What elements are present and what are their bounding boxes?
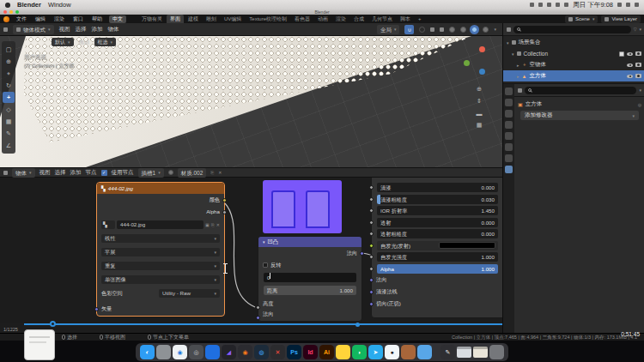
color-output-socket[interactable]: [222, 198, 227, 202]
snap-magnet-icon[interactable]: ∪: [404, 25, 414, 34]
disclosure-icon[interactable]: ▸: [517, 63, 519, 68]
tab-scripting[interactable]: 脚本: [397, 15, 414, 23]
ior-socket[interactable]: [369, 208, 374, 213]
dock-icon-appstore[interactable]: [205, 345, 220, 359]
shading-rendered-icon[interactable]: [483, 27, 489, 33]
sh-menu-select[interactable]: 选择: [55, 169, 66, 177]
editor-type-icon[interactable]: [3, 27, 8, 32]
outliner-row-scene-collection[interactable]: ▾ 场景集合: [503, 37, 644, 48]
battery-icon[interactable]: [564, 3, 568, 7]
strength-field[interactable]: 0: [264, 273, 356, 282]
sh-menu-view[interactable]: 视图: [39, 169, 51, 177]
ortho-toggle-icon[interactable]: ▦: [474, 120, 484, 130]
dock-icon-launchpad[interactable]: [156, 345, 171, 359]
dock-icon-folder[interactable]: [417, 345, 432, 359]
vp-menu-object[interactable]: 物体: [108, 26, 119, 33]
tool-preset-dropdown[interactable]: 默认▾: [52, 38, 74, 46]
vector-input-socket[interactable]: [94, 307, 99, 311]
pin-icon[interactable]: ◎: [638, 102, 641, 107]
vp-menu-select[interactable]: 选择: [76, 26, 87, 33]
dock-icon-qq[interactable]: ●: [385, 345, 399, 359]
clearcoat-roughness-socket[interactable]: [369, 197, 374, 202]
outliner-row-collection[interactable]: ▾ Collection: [503, 48, 644, 59]
unlink-icon[interactable]: ✕: [218, 170, 222, 175]
world-tab-icon[interactable]: [505, 143, 513, 151]
navigation-gizmo[interactable]: [460, 43, 491, 81]
vp-menu-view[interactable]: 视图: [59, 26, 70, 33]
unlink-icon[interactable]: ✕: [216, 220, 220, 229]
emission-row[interactable]: 自发光(发射): [377, 241, 498, 250]
dock-icon-settings[interactable]: ◎: [189, 345, 204, 359]
shader-node-canvas[interactable]: ▚ 444-02.jpg 颜色 Alpha ▚ 444-02.jpg ▣ ⎘ ✕…: [0, 178, 502, 323]
dock-icon-wechat[interactable]: ◗: [352, 345, 367, 359]
transmission-roughness-row[interactable]: 透射粗糙度0.000: [377, 229, 498, 238]
disclosure-icon[interactable]: ▸: [517, 74, 519, 79]
ior-row[interactable]: IOR 折射率1.450: [377, 206, 498, 215]
image-texture-node[interactable]: ▚ 444-02.jpg 颜色 Alpha ▚ 444-02.jpg ▣ ⎘ ✕…: [96, 182, 225, 317]
shading-solid-icon[interactable]: [460, 27, 466, 33]
image-browse-dropdown[interactable]: ▚: [101, 220, 115, 229]
overlays-icon[interactable]: [430, 27, 434, 32]
tab-uv-editing[interactable]: UV编辑: [221, 15, 245, 23]
emission-strength-row[interactable]: 自发光强度1.000: [377, 252, 498, 262]
alpha-output-socket[interactable]: [222, 210, 227, 214]
emission-strength-socket[interactable]: [369, 255, 374, 259]
sh-menu-add[interactable]: 添加: [70, 169, 82, 177]
output-tab-icon[interactable]: [505, 110, 513, 118]
status-icon-3[interactable]: [547, 3, 551, 7]
menu-help[interactable]: 帮助: [90, 15, 104, 23]
image-name-field[interactable]: 444-02.jpg: [117, 220, 204, 229]
sh-menu-node[interactable]: 节点: [86, 169, 97, 177]
tab-sculpting[interactable]: 雕刻: [203, 15, 220, 23]
view-layer-tab-icon[interactable]: [505, 121, 513, 129]
control-center-icon[interactable]: [635, 3, 639, 7]
editor-type-icon[interactable]: [3, 171, 8, 175]
outliner-row-cube[interactable]: ▸ ▲ 立方体: [503, 70, 644, 81]
dock-icon-telegram[interactable]: ➤: [368, 345, 383, 359]
tweak-tool-icon[interactable]: ▢: [3, 44, 15, 55]
modifiers-tab-icon[interactable]: [505, 166, 513, 173]
shading-wireframe-icon[interactable]: [449, 27, 455, 33]
use-nodes-checkbox[interactable]: ✓: [101, 170, 107, 176]
editor-type-icon[interactable]: [518, 88, 522, 93]
tab-rendering[interactable]: 渲染: [332, 15, 349, 23]
dock-icon-trash[interactable]: [489, 345, 504, 359]
duplicate-icon[interactable]: ⎘: [210, 170, 214, 176]
collection-checkbox[interactable]: [619, 51, 624, 57]
menu-file[interactable]: 文件: [15, 15, 28, 23]
menu-window[interactable]: 窗口: [71, 15, 85, 23]
height-input-socket[interactable]: [256, 305, 260, 310]
dock-icon-photoshop[interactable]: Ps: [287, 345, 301, 359]
slot-dropdown[interactable]: 插槽1▾: [138, 168, 164, 178]
dock-icon-app-brown[interactable]: [401, 345, 416, 359]
zoom-icon[interactable]: ⊕: [474, 84, 484, 94]
emission-color-swatch[interactable]: [439, 242, 495, 249]
floating-preview-window[interactable]: [24, 329, 55, 360]
measure-tool-icon[interactable]: ∠: [3, 140, 15, 151]
scene-tab-icon[interactable]: [505, 132, 513, 140]
select-circle-tool-icon[interactable]: ⊕: [3, 56, 15, 67]
status-icon-1[interactable]: [530, 3, 534, 7]
tab-shading[interactable]: 着色器: [291, 15, 313, 23]
projection-dropdown[interactable]: 平展▾: [101, 248, 220, 256]
alpha-socket[interactable]: [369, 267, 374, 271]
dock-icon-blender[interactable]: ◉: [238, 345, 252, 359]
source-dropdown[interactable]: 单张图像▾: [101, 275, 220, 284]
camera-icon[interactable]: [635, 74, 641, 78]
tab-texture-paint[interactable]: Texture纹理绘制: [246, 15, 290, 23]
clearcoat-row[interactable]: 清漆0.000: [377, 183, 498, 192]
normal-output-socket[interactable]: [360, 251, 364, 256]
dock-icon-indesign[interactable]: Id: [303, 345, 318, 359]
alpha-row[interactable]: Alpha1.000: [377, 264, 498, 274]
shading-material-preview-icon[interactable]: [471, 27, 477, 33]
dock-icon-pycharm[interactable]: ◍: [254, 345, 269, 359]
annotate-tool-icon[interactable]: ✎: [3, 128, 15, 139]
macos-app-name[interactable]: Blender: [17, 1, 41, 9]
colorspace-dropdown[interactable]: Utility - Raw▾: [159, 289, 220, 298]
cursor-tool-icon[interactable]: ⌖: [3, 68, 15, 79]
duplicate-icon[interactable]: ⎘: [211, 220, 215, 229]
pan-icon[interactable]: ⇕: [474, 96, 484, 106]
dock-icon-affinity[interactable]: ◢: [222, 345, 236, 359]
drag-mode-dropdown[interactable]: 框选▾: [94, 38, 117, 46]
rotate-tool-icon[interactable]: ↻: [3, 80, 15, 91]
